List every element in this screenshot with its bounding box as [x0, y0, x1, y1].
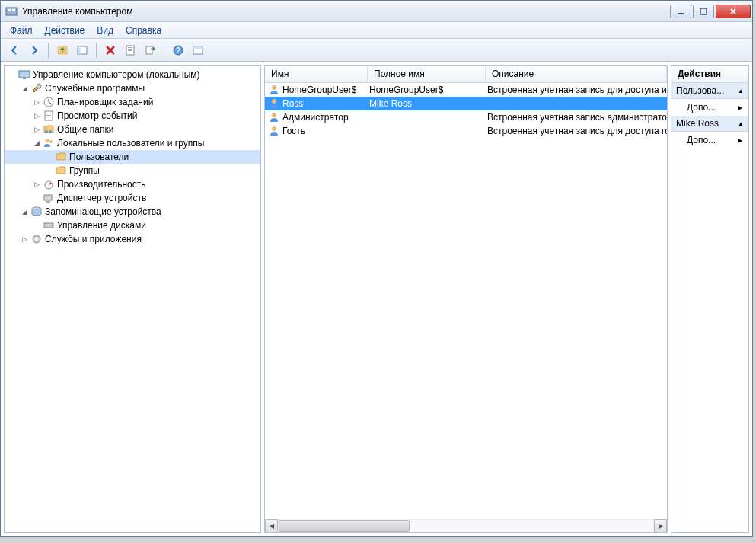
menu-action[interactable]: Действие	[39, 24, 91, 37]
delete-button[interactable]	[101, 41, 120, 59]
app-icon	[5, 5, 18, 18]
actions-group-label: Пользова...	[676, 85, 724, 96]
column-header-fullname[interactable]: Полное имя	[368, 66, 486, 82]
tree-label: Управление компьютером (локальным)	[33, 69, 200, 80]
svg-rect-29	[46, 201, 50, 203]
column-header-description[interactable]: Описание	[486, 66, 667, 82]
tree-services-apps[interactable]: ▷ Службы и приложения	[5, 232, 260, 246]
actions-more-1[interactable]: Допо... ▶	[671, 99, 748, 116]
tree-task-scheduler[interactable]: ▷ Планировщик заданий	[5, 95, 260, 109]
expander-icon[interactable]: ▷	[30, 180, 43, 188]
folder-icon	[55, 164, 67, 177]
expander-icon[interactable]: ▷	[30, 98, 43, 106]
column-header-name[interactable]: Имя	[265, 66, 368, 82]
close-button[interactable]	[716, 5, 751, 18]
shared-folder-icon	[43, 123, 55, 136]
cell-description: Встроенная учетная запись для доступа из…	[486, 84, 667, 96]
scroll-right-button[interactable]: ▶	[654, 519, 667, 532]
tree-root[interactable]: Управление компьютером (локальным)	[5, 68, 260, 81]
actions-more-2[interactable]: Допо... ▶	[671, 132, 748, 149]
svg-rect-17	[23, 78, 26, 79]
scroll-left-button[interactable]: ◀	[265, 519, 278, 532]
event-icon	[43, 110, 55, 122]
tree-device-manager[interactable]: Диспетчер устройств	[5, 191, 260, 205]
tree-groups[interactable]: Группы	[5, 164, 260, 177]
tree-label: Служебные программы	[45, 83, 145, 94]
cell-description	[486, 103, 667, 104]
tree-event-viewer[interactable]: ▷ Просмотр событий	[5, 109, 260, 123]
actions-link-label: Допо...	[687, 135, 716, 145]
svg-rect-1	[8, 9, 11, 11]
user-icon	[268, 125, 280, 137]
list-body[interactable]: HomeGroupUser$HomeGroupUser$Встроенная у…	[265, 83, 667, 519]
tree-label: Планировщик заданий	[57, 97, 153, 107]
clock-icon	[43, 96, 55, 108]
menu-view[interactable]: Вид	[91, 24, 120, 37]
svg-rect-10	[128, 50, 132, 51]
forward-button[interactable]	[25, 41, 43, 59]
svg-point-23	[45, 130, 48, 133]
tree-shared-folders[interactable]: ▷ Общие папки	[5, 123, 260, 136]
scroll-track[interactable]	[279, 520, 653, 532]
actions-header: Действия	[671, 66, 748, 83]
tree-pane[interactable]: Управление компьютером (локальным) ◢ Слу…	[4, 65, 261, 533]
tree-system-tools[interactable]: ◢ Служебные программы	[5, 81, 260, 95]
tree-users[interactable]: Пользователи	[5, 150, 260, 164]
menu-help[interactable]: Справка	[120, 24, 167, 37]
cell-fullname	[368, 117, 486, 118]
tree-storage[interactable]: ◢ Запоминающие устройства	[5, 205, 260, 219]
svg-rect-22	[46, 115, 51, 116]
refresh-button[interactable]	[189, 41, 207, 59]
show-hide-tree-button[interactable]	[73, 41, 91, 59]
cell-fullname: Mike Ross	[368, 97, 486, 110]
tree-local-users-groups[interactable]: ◢ Локальные пользователи и группы	[5, 136, 260, 150]
list-row[interactable]: RossMike Ross	[265, 97, 667, 110]
svg-point-38	[272, 126, 276, 131]
list-row[interactable]: ГостьВстроенная учетная запись для досту…	[265, 124, 667, 138]
users-groups-icon	[43, 137, 55, 149]
services-icon	[30, 233, 43, 245]
export-button[interactable]	[141, 41, 159, 59]
expander-icon[interactable]: ▷	[30, 112, 43, 120]
svg-rect-2	[12, 9, 15, 11]
expander-icon[interactable]: ▷	[30, 126, 43, 133]
back-button[interactable]	[5, 41, 24, 59]
svg-rect-16	[19, 71, 30, 78]
minimize-button[interactable]	[670, 5, 691, 18]
actions-group-selected[interactable]: Mike Ross ▲	[671, 116, 748, 132]
tree-label: Запоминающие устройства	[45, 206, 161, 217]
expander-icon[interactable]: ◢	[30, 139, 43, 147]
maximize-button[interactable]	[693, 5, 714, 18]
up-button[interactable]	[53, 41, 72, 59]
device-icon	[43, 192, 55, 204]
scroll-thumb[interactable]	[279, 520, 410, 532]
list-row[interactable]: HomeGroupUser$HomeGroupUser$Встроенная у…	[265, 83, 667, 97]
disk-icon	[43, 219, 55, 232]
svg-point-35	[272, 85, 276, 90]
svg-rect-21	[46, 113, 51, 113]
horizontal-scrollbar[interactable]: ◀ ▶	[265, 519, 667, 532]
chevron-right-icon: ▶	[738, 104, 742, 111]
expander-icon[interactable]: ◢	[18, 85, 30, 92]
tree-label: Производительность	[57, 179, 145, 190]
list-pane: Имя Полное имя Описание HomeGroupUser$Ho…	[264, 65, 668, 533]
tree-disk-management[interactable]: Управление дисками	[5, 219, 260, 232]
expander-icon[interactable]: ◢	[18, 208, 30, 216]
cell-name: Администратор	[265, 110, 368, 124]
cell-name: Гость	[265, 124, 368, 138]
tree-label: Пользователи	[69, 152, 129, 162]
properties-button[interactable]	[121, 41, 139, 59]
collapse-icon: ▲	[738, 120, 744, 127]
user-icon	[268, 97, 280, 110]
toolbar-separator	[164, 43, 164, 58]
menu-file[interactable]: Файл	[4, 24, 39, 37]
list-row[interactable]: АдминистраторВстроенная учетная запись а…	[265, 110, 667, 124]
tree-label: Службы и приложения	[45, 234, 142, 244]
tree-performance[interactable]: ▷ Производительность	[5, 177, 260, 191]
expander-icon[interactable]: ▷	[18, 235, 30, 243]
performance-icon	[43, 178, 55, 190]
help-button[interactable]: ?	[169, 41, 187, 59]
svg-text:?: ?	[176, 46, 180, 55]
actions-group-users[interactable]: Пользова... ▲	[671, 83, 748, 99]
svg-point-32	[51, 225, 53, 226]
